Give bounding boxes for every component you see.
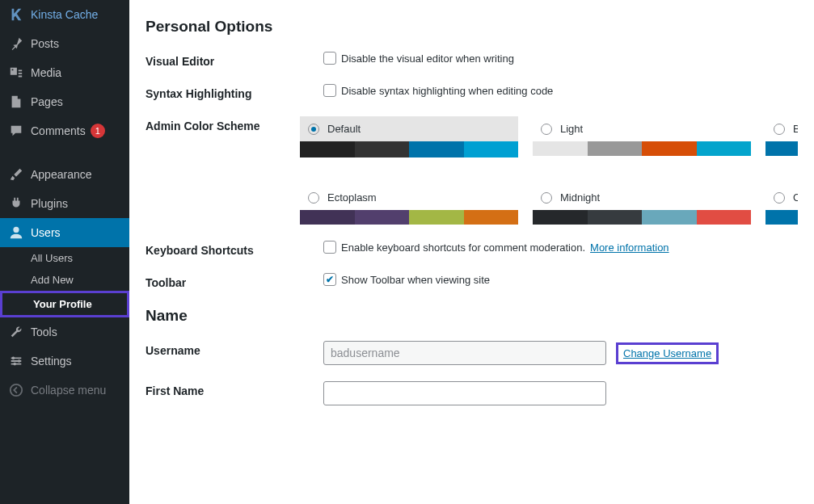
menu-label: Tools — [31, 326, 57, 338]
collapse-icon — [8, 382, 24, 398]
submenu-add-new[interactable]: Add New — [0, 269, 129, 291]
svg-point-4 — [11, 384, 22, 396]
scheme-midnight[interactable]: Midnight — [533, 185, 751, 225]
keyboard-shortcuts-label: Keyboard Shortcuts — [146, 241, 323, 257]
scheme-label: C — [793, 191, 798, 204]
keyboard-shortcuts-text: Enable keyboard shortcuts for comment mo… — [341, 242, 585, 254]
disable-syntax-checkbox[interactable] — [323, 84, 336, 97]
radio-icon — [774, 124, 785, 135]
menu-plugins[interactable]: Plugins — [0, 189, 129, 218]
show-toolbar-text: Show Toolbar when viewing site — [341, 274, 490, 286]
toolbar-label: Toolbar — [146, 273, 323, 289]
plug-icon — [8, 195, 24, 212]
comment-icon — [8, 123, 24, 139]
menu-label: Comments — [31, 124, 86, 137]
menu-label: Plugins — [31, 197, 68, 210]
menu-users[interactable]: Users — [0, 218, 129, 247]
comments-badge: 1 — [91, 124, 105, 138]
visual-editor-label: Visual Editor — [146, 52, 323, 68]
scheme-b[interactable]: B — [765, 116, 798, 156]
color-swatch — [765, 141, 798, 156]
menu-label: Posts — [31, 37, 59, 50]
menu-label: Kinsta Cache — [31, 8, 98, 21]
disable-syntax-text: Disable syntax highlighting when editing… — [341, 85, 553, 97]
radio-icon — [541, 192, 552, 204]
disable-visual-text: Disable the visual editor when writing — [341, 52, 514, 65]
admin-color-scheme-label: Admin Color Scheme — [146, 116, 300, 132]
scheme-label: Default — [327, 123, 361, 135]
submenu-your-profile[interactable]: Your Profile — [0, 291, 129, 317]
svg-point-1 — [12, 357, 15, 360]
menu-label: Users — [31, 226, 61, 239]
profile-content: Personal Options Visual Editor Disable t… — [129, 0, 814, 504]
menu-label: Media — [31, 66, 61, 79]
scheme-label: Midnight — [560, 191, 600, 204]
svg-point-2 — [18, 359, 21, 363]
radio-icon — [541, 124, 552, 135]
color-swatch — [533, 210, 751, 225]
more-info-link[interactable]: More information — [590, 242, 669, 254]
menu-label: Settings — [31, 355, 72, 368]
admin-sidebar: Kinsta Cache Posts Media Pages Comments1… — [0, 0, 129, 504]
color-swatch — [300, 210, 518, 225]
color-schemes: DefaultLightBEctoplasmMidnightC — [300, 116, 798, 225]
scheme-label: B — [793, 123, 798, 135]
username-input — [323, 341, 606, 365]
menu-posts[interactable]: Posts — [0, 29, 129, 58]
kinsta-icon — [8, 6, 24, 23]
menu-settings[interactable]: Settings — [0, 346, 129, 376]
scheme-c[interactable]: C — [765, 185, 798, 225]
keyboard-shortcuts-checkbox[interactable] — [323, 241, 336, 254]
first-name-label: First Name — [146, 381, 323, 397]
scheme-label: Light — [560, 123, 583, 135]
radio-icon — [774, 192, 785, 204]
menu-tools[interactable]: Tools — [0, 317, 129, 346]
menu-kinsta-cache[interactable]: Kinsta Cache — [0, 0, 129, 29]
personal-options-heading: Personal Options — [146, 18, 798, 36]
menu-collapse[interactable]: Collapse menu — [0, 376, 129, 405]
menu-label: Collapse menu — [31, 384, 106, 397]
name-heading: Name — [146, 307, 798, 325]
radio-icon — [308, 124, 319, 135]
username-label: Username — [146, 341, 323, 357]
submenu-all-users[interactable]: All Users — [0, 247, 129, 269]
user-icon — [8, 225, 24, 241]
color-swatch — [765, 210, 798, 225]
color-swatch — [300, 141, 518, 156]
show-toolbar-checkbox[interactable] — [323, 273, 336, 286]
scheme-ectoplasm[interactable]: Ectoplasm — [300, 185, 518, 225]
menu-label: Pages — [31, 95, 63, 108]
disable-visual-checkbox[interactable] — [323, 52, 336, 65]
radio-icon — [308, 192, 319, 204]
menu-label: Appearance — [31, 168, 92, 181]
scheme-light[interactable]: Light — [533, 116, 751, 156]
page-icon — [8, 94, 24, 110]
svg-point-3 — [13, 363, 16, 366]
wrench-icon — [8, 324, 24, 340]
brush-icon — [8, 166, 24, 183]
color-swatch — [533, 141, 751, 156]
scheme-default[interactable]: Default — [300, 116, 518, 156]
sliders-icon — [8, 353, 24, 369]
menu-comments[interactable]: Comments1 — [0, 116, 129, 145]
pin-icon — [8, 36, 24, 52]
scheme-label: Ectoplasm — [327, 191, 377, 204]
change-username-link[interactable]: Change Username — [616, 342, 719, 364]
menu-appearance[interactable]: Appearance — [0, 160, 129, 189]
svg-point-0 — [13, 227, 19, 233]
media-icon — [8, 65, 24, 81]
menu-media[interactable]: Media — [0, 58, 129, 87]
syntax-highlighting-label: Syntax Highlighting — [146, 84, 323, 100]
first-name-input[interactable] — [323, 381, 606, 405]
menu-pages[interactable]: Pages — [0, 87, 129, 116]
